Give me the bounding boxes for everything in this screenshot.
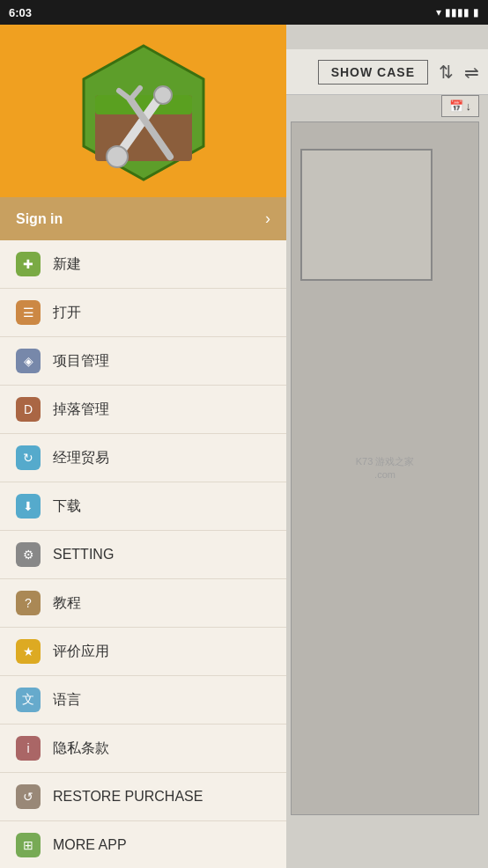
menu-item-restore[interactable]: ↺RESTORE PURCHASE — [0, 773, 286, 821]
svg-rect-2 — [95, 95, 192, 114]
menu-label-privacy: 隐私条款 — [53, 739, 109, 758]
menu-label-setting: SETTING — [53, 547, 114, 563]
menu-label-moreapp: MORE APP — [53, 837, 127, 853]
app-logo — [73, 42, 214, 183]
menu-label-download: 下载 — [53, 497, 81, 516]
menu-label-tutorial: 教程 — [53, 594, 81, 613]
sign-in-label: Sign in — [16, 211, 63, 227]
wifi-icon: ▾ — [436, 6, 441, 18]
menu-icon-moreapp: ⊞ — [16, 833, 41, 857]
menu-label-language: 语言 — [53, 691, 81, 710]
sort-icon[interactable]: ⇅ — [439, 62, 454, 83]
watermark: K73 游戏之家.com — [356, 455, 415, 482]
signal-icon: ▮▮▮▮ — [445, 6, 470, 18]
sign-in-row[interactable]: Sign in › — [0, 197, 286, 240]
menu-label-project: 项目管理 — [53, 352, 109, 371]
menu-icon-rate: ★ — [16, 639, 41, 664]
menu-icon-open: ☰ — [16, 300, 41, 325]
menu-icon-setting: ⚙ — [16, 542, 41, 567]
canvas-area: K73 游戏之家.com — [291, 121, 479, 815]
menu-label-rate: 评价应用 — [53, 643, 109, 661]
canvas-box — [300, 149, 433, 281]
secondary-toolbar: 📅 ↓ — [441, 95, 480, 117]
menu-item-open[interactable]: ☰打开 — [0, 289, 286, 337]
menu-label-drop: 掉落管理 — [53, 401, 109, 419]
menu-icon-tutorial: ? — [16, 591, 41, 615]
menu-item-language[interactable]: 文语言 — [0, 676, 286, 725]
menu-icon-privacy: i — [16, 736, 41, 761]
svg-point-4 — [107, 146, 128, 167]
battery-icon: ▮ — [473, 6, 479, 18]
menu-icon-language: 文 — [16, 688, 41, 712]
menu-icon-drop: D — [16, 397, 41, 422]
menu-item-drop[interactable]: D掉落管理 — [0, 386, 286, 434]
status-bar: 6:03 ▾ ▮▮▮▮ ▮ — [0, 0, 488, 25]
menu-icon-restore: ↺ — [16, 784, 41, 809]
menu-icon-trade: ↻ — [16, 445, 41, 470]
menu-item-trade[interactable]: ↻经理贸易 — [0, 434, 286, 482]
menu-icon-project: ◈ — [16, 349, 41, 373]
menu-item-new[interactable]: ✚新建 — [0, 240, 286, 289]
menu-item-tutorial[interactable]: ?教程 — [0, 579, 286, 628]
menu-item-project[interactable]: ◈项目管理 — [0, 337, 286, 386]
drawer-header — [0, 25, 286, 197]
menu-item-rate[interactable]: ★评价应用 — [0, 628, 286, 676]
calendar-sort-button[interactable]: 📅 ↓ — [441, 95, 480, 117]
menu-item-download[interactable]: ⬇下载 — [0, 482, 286, 531]
menu-list: ✚新建☰打开◈项目管理D掉落管理↻经理贸易⬇下载⚙SETTING?教程★评价应用… — [0, 240, 286, 868]
shuffle-icon[interactable]: ⇌ — [464, 62, 479, 83]
calendar-icon: 📅 — [449, 99, 463, 113]
show-case-button[interactable]: SHOW CASE — [318, 60, 428, 85]
menu-icon-download: ⬇ — [16, 494, 41, 519]
menu-label-restore: RESTORE PURCHASE — [53, 789, 203, 805]
menu-label-open: 打开 — [53, 304, 81, 322]
menu-item-moreapp[interactable]: ⊞MORE APP — [0, 821, 286, 868]
menu-label-trade: 经理贸易 — [53, 449, 109, 467]
menu-icon-new: ✚ — [16, 252, 41, 276]
menu-label-new: 新建 — [53, 255, 81, 274]
svg-point-5 — [154, 86, 172, 104]
drawer: Sign in › ✚新建☰打开◈项目管理D掉落管理↻经理贸易⬇下载⚙SETTI… — [0, 25, 286, 868]
menu-item-setting[interactable]: ⚙SETTING — [0, 531, 286, 579]
sort-down-icon: ↓ — [466, 99, 472, 113]
status-time: 6:03 — [9, 6, 32, 19]
menu-item-privacy[interactable]: i隐私条款 — [0, 725, 286, 773]
status-icons: ▾ ▮▮▮▮ ▮ — [436, 6, 479, 18]
sign-in-chevron: › — [265, 210, 270, 228]
